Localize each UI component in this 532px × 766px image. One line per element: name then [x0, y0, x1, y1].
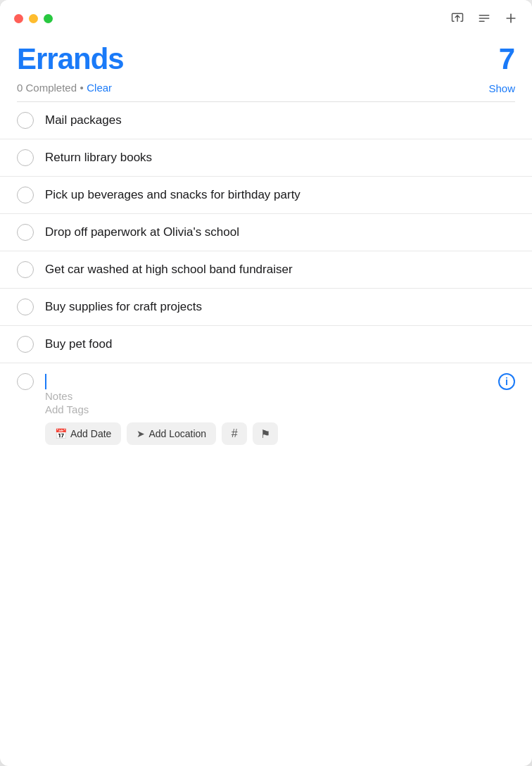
info-icon[interactable]: i [498, 373, 515, 390]
task-item[interactable]: Buy supplies for craft projects [0, 289, 532, 326]
separator: • [80, 82, 84, 94]
task-text-1: Mail packages [45, 113, 515, 127]
share-svg [450, 11, 464, 25]
completed-status: 0 Completed • Clear [17, 82, 112, 94]
show-button[interactable]: Show [488, 82, 515, 94]
notes-placeholder[interactable]: Notes [45, 390, 515, 402]
add-tag-button[interactable]: # [222, 422, 247, 445]
task-checkbox-1[interactable] [17, 112, 34, 129]
calendar-icon: 📅 [55, 428, 67, 439]
task-count: 7 [499, 42, 515, 76]
task-item[interactable]: Get car washed at high school band fundr… [0, 251, 532, 289]
add-location-label: Add Location [148, 428, 206, 439]
header: Errands 7 [0, 31, 532, 79]
task-checkbox-6[interactable] [17, 299, 34, 315]
traffic-lights [14, 14, 53, 23]
task-item[interactable]: Pick up beverages and snacks for birthda… [0, 177, 532, 214]
active-top: i [17, 373, 515, 390]
share-icon[interactable] [450, 11, 464, 25]
action-buttons: 📅 Add Date ➤ Add Location # ⚑ [45, 422, 515, 445]
task-text-7: Buy pet food [45, 337, 515, 351]
plus-svg [504, 11, 518, 25]
add-flag-button[interactable]: ⚑ [253, 422, 278, 445]
add-date-label: Add Date [70, 428, 111, 439]
task-checkbox-5[interactable] [17, 261, 34, 278]
task-item[interactable]: Mail packages [0, 102, 532, 139]
add-location-button[interactable]: ➤ Add Location [127, 422, 216, 445]
task-checkbox-2[interactable] [17, 149, 34, 166]
tags-placeholder[interactable]: Add Tags [45, 403, 515, 415]
flag-icon: ⚑ [260, 427, 270, 441]
new-task-item[interactable]: i Notes Add Tags 📅 Add Date ➤ Add Locati… [0, 363, 532, 452]
close-button[interactable] [14, 14, 23, 23]
task-text-6: Buy supplies for craft projects [45, 300, 515, 314]
clear-button[interactable]: Clear [87, 82, 112, 94]
text-cursor [45, 374, 46, 389]
app-window: Errands 7 0 Completed • Clear Show Mail … [0, 0, 532, 766]
new-task-checkbox[interactable] [17, 373, 34, 390]
add-date-button[interactable]: 📅 Add Date [45, 422, 121, 445]
task-text-4: Drop off paperwork at Olivia's school [45, 225, 515, 239]
task-text-5: Get car washed at high school band fundr… [45, 263, 515, 277]
maximize-button[interactable] [44, 14, 53, 23]
task-checkbox-7[interactable] [17, 336, 34, 353]
title-bar [0, 0, 532, 31]
add-icon[interactable] [504, 11, 518, 25]
task-item[interactable]: Drop off paperwork at Olivia's school [0, 214, 532, 251]
task-checkbox-3[interactable] [17, 187, 34, 203]
active-extra: Notes Add Tags 📅 Add Date ➤ Add Location… [17, 390, 515, 445]
list-svg [477, 11, 491, 25]
completed-count: 0 Completed [17, 82, 77, 94]
task-checkbox-4[interactable] [17, 224, 34, 241]
list-icon[interactable] [477, 11, 491, 25]
list-title: Errands [17, 42, 124, 76]
minimize-button[interactable] [29, 14, 38, 23]
task-text-2: Return library books [45, 151, 515, 165]
toolbar-icons [450, 11, 518, 25]
task-list: Mail packages Return library books Pick … [0, 102, 532, 452]
hash-icon: # [232, 427, 238, 440]
task-item[interactable]: Buy pet food [0, 326, 532, 363]
location-icon: ➤ [137, 428, 145, 439]
status-bar: 0 Completed • Clear Show [0, 79, 532, 101]
task-item[interactable]: Return library books [0, 139, 532, 177]
task-text-3: Pick up beverages and snacks for birthda… [45, 188, 515, 202]
